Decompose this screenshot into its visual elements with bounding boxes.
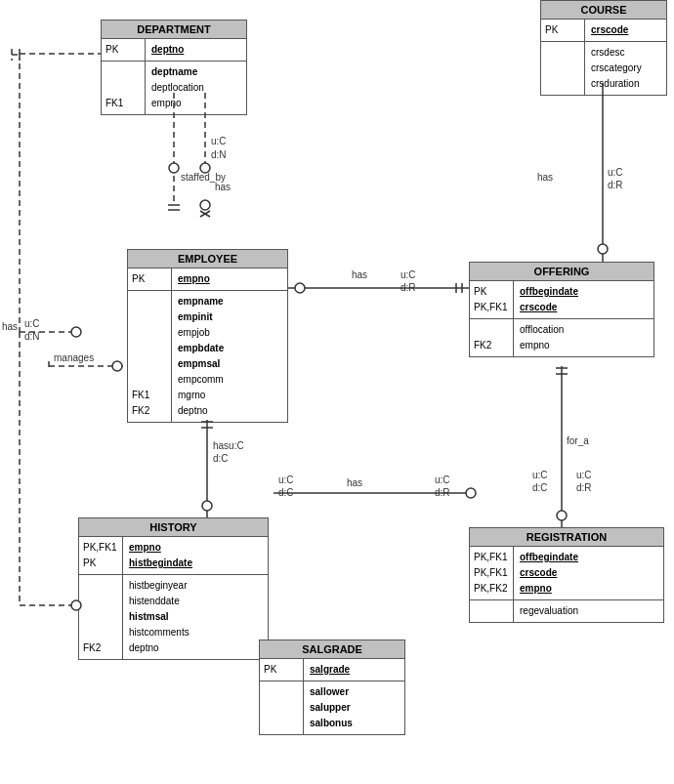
salgrade-pk-attrs: salgrade	[304, 659, 356, 681]
dc-label3: d:C	[532, 482, 548, 493]
department-title: DEPARTMENT	[102, 21, 246, 39]
history-pk-attr1: empno	[129, 542, 161, 553]
manages-label: manages	[54, 352, 94, 363]
department-pk-attrs: deptno	[146, 39, 190, 61]
dept-attr1: deptname	[151, 64, 204, 80]
uc-label3: u:C	[400, 269, 416, 280]
employee-attrs: empname empinit empjob empbdate empmsal …	[172, 291, 230, 422]
dc-label2: d:C	[278, 487, 294, 498]
sal-pk: PK	[264, 664, 276, 675]
dn-label1: d:N	[211, 149, 227, 160]
reg-pk-attr2: crscode	[520, 567, 557, 578]
has-label3: has	[352, 269, 367, 280]
registration-title: REGISTRATION	[470, 528, 663, 547]
emp-attr5: empmsal	[178, 356, 224, 372]
uc-label1: u:C	[211, 136, 227, 146]
history-attr1: histbeginyear	[129, 578, 190, 594]
history-pk-attr2: histbegindate	[129, 557, 192, 568]
history-reg-circle	[466, 488, 476, 498]
emp-attr3: empjob	[178, 325, 224, 341]
sal-attr1: sallower	[310, 684, 353, 700]
offering-title: OFFERING	[470, 263, 653, 281]
entity-course: COURSE PK crscode crsdesc crscategory cr…	[540, 0, 667, 96]
entity-offering: OFFERING PK PK,FK1 offbegindate crscode …	[469, 262, 654, 357]
dept-emp-circle1	[169, 163, 179, 173]
emp-attr1: empname	[178, 294, 224, 309]
dn-outer: d:N	[24, 331, 40, 342]
dept-pk: PK	[105, 44, 118, 55]
offering-attrs: offlocation empno	[514, 319, 569, 356]
offering-pk-attr2: crscode	[520, 302, 557, 312]
entity-registration: REGISTRATION PK,FK1 PK,FK1 PK,FK2 offbeg…	[469, 527, 664, 623]
outer-circle1	[71, 327, 81, 337]
history-attr4: histcomments	[129, 625, 190, 640]
emp-attr7: mgrno	[178, 388, 224, 403]
department-attrs: deptname deptlocation empno	[146, 62, 210, 114]
registration-pk-keys: PK,FK1 PK,FK1 PK,FK2	[470, 547, 514, 599]
employee-pk-keys: PK	[128, 268, 172, 290]
hasu-label: hasu:C	[213, 440, 244, 451]
offering-attr2: empno	[520, 338, 564, 353]
emp-attr2: empinit	[178, 309, 224, 325]
manages-circle	[112, 361, 122, 371]
offering-reg-circle	[557, 511, 567, 520]
dept-attr2: deptlocation	[151, 80, 204, 96]
has-label4: has	[347, 477, 362, 488]
emp-attr4: empbdate	[178, 341, 224, 356]
staffed-by-label: staffed_by	[181, 172, 226, 183]
reg-pk-attr1: offbegindate	[520, 552, 578, 562]
history-title: HISTORY	[79, 518, 268, 537]
salgrade-attrs: sallower salupper salbonus	[304, 681, 358, 734]
crow2	[200, 211, 210, 217]
history-fk-keys: FK2	[79, 575, 123, 659]
dept-emp-circle2	[200, 163, 210, 173]
entity-employee: EMPLOYEE PK empno FK1 FK2 empname	[127, 249, 288, 423]
emp-pk-attr: empno	[178, 273, 210, 284]
registration-pk-attrs: offbegindate crscode empno	[514, 547, 584, 599]
uc-label4: u:C	[278, 475, 294, 485]
history-pk-attrs: empno histbegindate	[123, 537, 198, 574]
offering-pk-keys: PK PK,FK1	[470, 281, 514, 318]
er-diagram: DEPARTMENT PK deptno FK1 deptname deptlo…	[0, 0, 674, 784]
registration-fk-keys	[470, 600, 514, 622]
emp-attr8: deptno	[178, 403, 224, 419]
course-fk-keys	[541, 42, 585, 95]
course-offering-circle	[598, 244, 608, 254]
history-attrs: histbeginyear histenddate histmsal histc…	[123, 575, 195, 659]
reg-attr1: regevaluation	[520, 603, 578, 619]
dr-label2: d:R	[400, 282, 416, 293]
offering-pk-attr1: offbegindate	[520, 286, 578, 297]
history-attr3: histmsal	[129, 609, 190, 625]
uc-label5: u:C	[435, 475, 450, 485]
uc-label6: u:C	[532, 470, 548, 480]
history-attr2: histenddate	[129, 594, 190, 609]
employee-title: EMPLOYEE	[128, 250, 287, 268]
employee-fk-keys: FK1 FK2	[128, 291, 172, 422]
has-label1: has	[215, 182, 231, 192]
emp-pk: PK	[132, 273, 145, 284]
history-pk-keys: PK,FK1 PK	[79, 537, 123, 574]
course-pk-attr: crscode	[591, 24, 628, 35]
dept-pk-attr: deptno	[151, 44, 184, 55]
emp-history-circle	[202, 501, 212, 511]
uc-outer: u:C	[24, 318, 40, 329]
course-attr1: crsdesc	[591, 45, 642, 61]
emp-attr6: empcomm	[178, 372, 224, 388]
history-attr5: deptno	[129, 640, 190, 656]
course-attr2: crscategory	[591, 61, 642, 76]
course-pk-attrs: crscode	[585, 20, 634, 41]
emp-circle-top	[200, 200, 210, 210]
registration-attrs: regevaluation	[514, 600, 584, 622]
department-fk-keys: FK1	[102, 62, 146, 114]
sal-attr3: salbonus	[310, 716, 353, 731]
employee-pk-attrs: empno	[172, 268, 216, 290]
course-attrs: crsdesc crscategory crsduration	[585, 42, 648, 95]
salgrade-title: SALGRADE	[260, 640, 404, 659]
sal-pk-attr: salgrade	[310, 664, 350, 675]
entity-history: HISTORY PK,FK1 PK empno histbegindate FK…	[78, 517, 269, 660]
dr-label3: d:R	[435, 487, 450, 498]
offering-attr1: offlocation	[520, 322, 564, 338]
dc-label1: d:C	[213, 453, 229, 464]
entity-salgrade: SALGRADE PK salgrade sallower salupper s…	[259, 640, 405, 735]
course-pk-keys: PK	[541, 20, 585, 41]
